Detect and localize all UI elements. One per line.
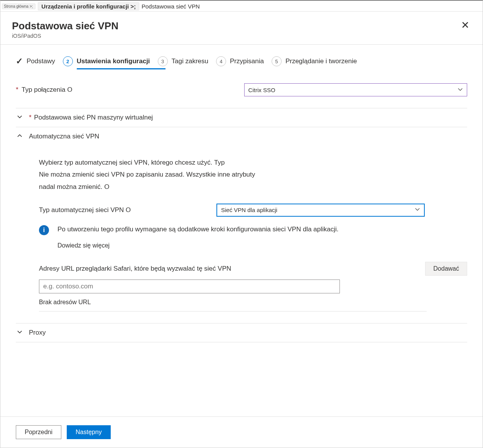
step-number: 4 bbox=[216, 56, 226, 66]
required-mark: * bbox=[16, 86, 19, 93]
safari-url-input[interactable] bbox=[39, 280, 340, 293]
chevron-down-icon bbox=[415, 207, 420, 213]
step-label: Przypisania bbox=[230, 57, 264, 65]
step-basics[interactable]: ✓ Podstawy bbox=[16, 56, 55, 66]
wizard-stepper: ✓ Podstawy 2 Ustawienia konfiguracji 3 T… bbox=[0, 45, 483, 69]
info-text: Po utworzeniu tego profilu wymagane są d… bbox=[57, 226, 339, 233]
safari-urls-block: Adresy URL przeglądarki Safari, które bę… bbox=[39, 262, 467, 312]
form-content: * Typ połączenia O Citrix SSO * bbox=[0, 73, 483, 416]
previous-button[interactable]: Poprzedni bbox=[16, 425, 61, 439]
section-toggle-auto-vpn[interactable]: Automatyczna sieć VPN bbox=[16, 127, 467, 146]
step-review-create[interactable]: 5 Przeglądanie i tworzenie bbox=[272, 56, 357, 66]
required-mark: * bbox=[29, 114, 32, 121]
add-url-button[interactable]: Dodawać bbox=[425, 262, 467, 276]
step-config-settings[interactable]: 2 Ustawienia konfiguracji bbox=[63, 56, 150, 66]
wizard-footer: Poprzedni Następny bbox=[0, 416, 483, 448]
section-title: Automatyczna sieć VPN bbox=[29, 133, 99, 140]
close-icon: ✕ bbox=[461, 19, 469, 31]
check-icon: ✓ bbox=[16, 56, 23, 66]
section-title: Podstawowa sieć PN maszyny wirtualnej bbox=[34, 114, 153, 121]
field-label: Typ połączenia O bbox=[22, 86, 72, 93]
chevron-down-icon bbox=[16, 114, 24, 121]
next-button[interactable]: Następny bbox=[67, 425, 111, 439]
step-assignments[interactable]: 4 Przypisania bbox=[216, 56, 264, 66]
info-icon: i bbox=[39, 225, 49, 235]
breadcrumb-current: Podstawowa sieć VPN bbox=[142, 3, 200, 10]
step-number: 5 bbox=[272, 56, 282, 66]
close-button[interactable]: ✕ bbox=[459, 20, 471, 30]
section-toggle-proxy[interactable]: Proxy bbox=[16, 323, 467, 342]
section-base-vpn: * Podstawowa sieć PN maszyny wirtualnej bbox=[16, 108, 467, 127]
active-step-underline bbox=[77, 68, 166, 69]
section-toggle-base-vpn[interactable]: * Podstawowa sieć PN maszyny wirtualnej bbox=[16, 108, 467, 127]
field-connection-type: * Typ połączenia O Citrix SSO bbox=[16, 73, 467, 108]
section-auto-vpn: Automatyczna sieć VPN Wybierz typ automa… bbox=[16, 127, 467, 323]
no-urls-message: Brak adresów URL bbox=[39, 299, 427, 312]
section-proxy: Proxy bbox=[16, 323, 467, 342]
chevron-down-icon bbox=[16, 329, 24, 336]
step-number: 3 bbox=[158, 56, 168, 66]
step-label: Podstawy bbox=[27, 57, 55, 65]
field-label: Typ automatycznej sieci VPN O bbox=[39, 206, 205, 214]
auto-vpn-description: Wybierz typ automatycznej sieci VPN, któ… bbox=[39, 157, 286, 192]
info-callout: i Po utworzeniu tego profilu wymagane są… bbox=[39, 224, 467, 251]
page-subtitle: iOS/iPadOS bbox=[12, 33, 459, 39]
desc-line: Wybierz typ automatycznej sieci VPN, któ… bbox=[39, 157, 286, 168]
step-label: Tagi zakresu bbox=[172, 57, 208, 65]
field-label: Adresy URL przeglądarki Safari, które bę… bbox=[39, 265, 231, 273]
section-title: Proxy bbox=[29, 329, 46, 337]
select-value: Citrix SSO bbox=[248, 87, 275, 93]
page-header: Podstawowa sieć VPN iOS/iPadOS ✕ bbox=[0, 12, 483, 45]
desc-line: nadal można zmienić. O bbox=[39, 182, 286, 192]
desc-line: Nie można zmienić sieci VPN po zapisaniu… bbox=[39, 169, 286, 180]
step-label: Przeglądanie i tworzenie bbox=[285, 57, 357, 65]
field-auto-vpn-type: Typ automatycznej sieci VPN O Sieć VPN d… bbox=[39, 204, 467, 217]
step-label: Ustawienia konfiguracji bbox=[77, 57, 150, 65]
breadcrumb: Strona główna >; Urządzenia i profile ko… bbox=[0, 1, 483, 12]
page-title: Podstawowa sieć VPN bbox=[12, 20, 459, 32]
chevron-down-icon bbox=[458, 87, 463, 93]
step-number: 2 bbox=[63, 56, 73, 66]
breadcrumb-home[interactable]: Strona główna >; bbox=[2, 3, 35, 9]
auto-vpn-type-select[interactable]: Sieć VPN dla aplikacji bbox=[216, 204, 425, 217]
step-scope-tags[interactable]: 3 Tagi zakresu bbox=[158, 56, 208, 66]
connection-type-select[interactable]: Citrix SSO bbox=[244, 83, 467, 96]
breadcrumb-devices[interactable]: Urządzenia i profile konfiguracji >; bbox=[38, 2, 139, 10]
chevron-up-icon bbox=[16, 133, 24, 140]
select-value: Sieć VPN dla aplikacji bbox=[221, 207, 277, 213]
learn-more-link[interactable]: Dowiedz się więcej bbox=[57, 241, 339, 250]
